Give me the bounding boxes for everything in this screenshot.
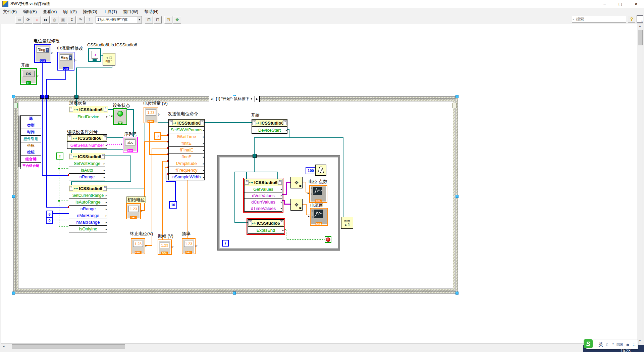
device-status-led-indicator[interactable]: TF <box>113 108 127 125</box>
frequency-dbl-control[interactable]: 1.23DBL <box>182 238 196 254</box>
final-potential-dbl-control[interactable]: 1.23DBL <box>131 238 145 254</box>
maximize-button[interactable]: ▢ <box>612 0 628 8</box>
tunnel[interactable] <box>74 95 78 99</box>
keyboard-icon[interactable]: ⌨ <box>616 342 623 347</box>
variant-to-data-icon[interactable]: ❖▣ <box>290 199 303 211</box>
variant-to-data-icon[interactable]: ❖▣ <box>290 177 303 188</box>
invoke-node-find-device[interactable]: ▪➜ICSStudio6 FindDevice <box>69 106 108 120</box>
event-data-platform-mods[interactable]: 平台组合键 <box>20 162 41 169</box>
invoke-node-set-swva-params[interactable]: ▪➜ICSStudio6 SetSWVAParams fWaitTime fIn… <box>168 119 205 180</box>
constant-three[interactable]: 3 <box>154 132 161 140</box>
constant-six[interactable]: 6 <box>46 211 53 218</box>
distribute-objects-button[interactable]: ⊟ <box>154 16 162 24</box>
class-constant[interactable]: ➜ <box>88 48 101 62</box>
context-help-button[interactable]: ? <box>628 16 635 23</box>
search-box[interactable]: ▸ <box>572 16 626 23</box>
event-terminal-icon[interactable] <box>452 103 457 108</box>
selection-handle[interactable] <box>12 95 15 98</box>
minimize-button[interactable]: – <box>597 0 612 8</box>
horizontal-scrollbar-thumb[interactable] <box>12 344 125 349</box>
amplitude-dbl-control[interactable]: 1.23DBL <box>158 239 172 255</box>
event-data-ctlref[interactable]: 控件引用 <box>20 135 41 142</box>
menu-view[interactable]: 查看(V) <box>40 8 60 15</box>
vertical-scrollbar-thumb[interactable] <box>638 30 643 45</box>
sogou-logo-icon[interactable]: S <box>584 339 593 348</box>
close-reference-icon[interactable]: ▨/▨ c ▯ <box>341 217 353 229</box>
abort-button[interactable]: ● <box>33 16 41 24</box>
ime-language-toggle[interactable]: 英 <box>599 342 603 348</box>
invoke-node-get-serial-number[interactable]: ▪➜ICSStudio6 GetSerialNumber <box>67 134 107 149</box>
selection-handle[interactable] <box>12 195 15 198</box>
ring-control-curr-range[interactable]: Ring▼ U16 <box>57 52 74 71</box>
font-selector[interactable]: 17pt 应用程序字体 ▾ <box>96 16 142 24</box>
step-out-button[interactable]: ↥ <box>85 16 93 24</box>
ime-toolbar[interactable]: 英 ☾ ❜ ⌨ ☻ ∷ <box>586 340 638 349</box>
event-timeout-terminal-icon[interactable] <box>14 103 18 108</box>
start-boolean-terminal[interactable]: OK TF <box>20 68 37 85</box>
event-case-selector[interactable]: ◀ [1] "开始": 鼠标按下▼ ▶ <box>209 96 260 102</box>
event-data-time[interactable]: 时间 <box>20 129 41 136</box>
person-icon[interactable]: ☻ <box>626 342 630 347</box>
tunnel[interactable] <box>40 95 44 99</box>
step-into-button[interactable]: ↧ <box>68 16 76 24</box>
constructor-node-icon[interactable]: ➜ ❏ 0▨⌃ <box>103 53 115 65</box>
vertical-scrollbar[interactable]: ▲ ▼ <box>637 24 643 343</box>
selection-handle[interactable] <box>12 292 15 295</box>
wait-ms-icon[interactable] <box>315 165 326 176</box>
invoke-node-set-volt-range[interactable]: ▪➜ICSStudio6 SetVoltRange isAuto nRange <box>69 153 105 180</box>
tunnel[interactable] <box>253 154 257 158</box>
constant-ten[interactable]: 10 <box>169 201 177 209</box>
align-objects-button[interactable]: ⊞ <box>145 16 153 24</box>
selection-handle[interactable] <box>455 292 459 295</box>
menu-project[interactable]: 项目(P) <box>60 8 80 15</box>
invoke-node-device-start[interactable]: ▪➜ICSStudio6 DeviceStart <box>252 119 287 134</box>
menu-edit[interactable]: 编辑(E) <box>20 8 40 15</box>
event-data-button[interactable]: 按钮 <box>20 149 41 156</box>
ring-control-volt-range[interactable]: Ring▼ U16 <box>34 44 51 63</box>
close-button[interactable]: ✕ <box>628 0 644 8</box>
run-continuous-button[interactable]: ⟳ <box>24 16 32 24</box>
menu-operate[interactable]: 操作(O) <box>80 8 100 15</box>
horizontal-scrollbar[interactable]: ◄ ► <box>1 343 637 349</box>
potential-step-dbl-control[interactable]: 1.23DBL <box>144 107 158 123</box>
event-data-coords[interactable]: 坐标 <box>20 142 41 149</box>
serial-number-string-indicator[interactable]: abc abc <box>123 137 138 152</box>
run-button[interactable]: ⇨ <box>15 16 23 24</box>
resize-objects-button[interactable]: ⊡ <box>164 16 172 24</box>
punctuation-icon[interactable]: ❜ <box>612 342 614 347</box>
menu-help[interactable]: 帮助(H) <box>141 8 161 15</box>
event-data-source[interactable]: 源 <box>20 115 41 122</box>
constant-zero[interactable]: 0 <box>46 217 53 224</box>
event-data-node[interactable]: 源 类型 时间 控件引用 坐标 按钮 组合键 平台组合键 <box>20 116 41 169</box>
clean-up-diagram-button[interactable]: ✥ <box>173 16 181 24</box>
selection-handle[interactable] <box>455 195 459 198</box>
true-constant[interactable]: T <box>56 152 63 160</box>
selection-handle[interactable] <box>455 95 459 98</box>
step-over-button[interactable]: ↷ <box>76 16 85 24</box>
invoke-node-get-values[interactable]: ▪➜ICSStudio6 GetValues dVoltValues dCurr… <box>244 179 282 212</box>
event-data-type[interactable]: 类型 <box>20 122 41 129</box>
pause-button[interactable]: ▮▮ <box>42 16 50 24</box>
search-input[interactable] <box>575 16 629 22</box>
waveform-chart-volt[interactable]: 2 0 SGL <box>309 185 327 203</box>
constant-hundred[interactable]: 100 <box>306 167 316 174</box>
highlight-execution-button[interactable]: ◍ <box>50 16 58 24</box>
menu-tools[interactable]: 工具(T) <box>100 8 120 15</box>
menu-window[interactable]: 窗口(W) <box>120 8 141 15</box>
waveform-chart-curr[interactable]: 2 0 SGL <box>310 208 328 226</box>
loop-iteration-terminal[interactable]: i <box>222 240 229 247</box>
previous-case-icon[interactable]: ◀ <box>209 96 214 102</box>
tunnel[interactable] <box>45 95 49 99</box>
event-case-label[interactable]: [1] "开始": 鼠标按下 <box>216 96 250 101</box>
grid-icon[interactable]: ∷ <box>633 342 635 347</box>
moon-icon[interactable]: ☾ <box>606 342 610 347</box>
vi-icon[interactable]: 1 <box>637 15 643 23</box>
menu-file[interactable]: 文件(F) <box>0 8 20 15</box>
next-case-icon[interactable]: ▶ <box>255 96 260 102</box>
event-data-mods[interactable]: 组合键 <box>20 156 41 163</box>
init-potential-dbl-control[interactable]: 1.23DBL <box>126 203 141 219</box>
invoke-node-exp-is-end[interactable]: ▪➜ICSStudio6 ExpIsEnd <box>248 219 284 234</box>
loop-condition-terminal[interactable] <box>325 236 331 243</box>
retain-wire-values-button[interactable]: ▣ <box>59 16 67 24</box>
invoke-node-set-current-range[interactable]: ▪➜ICSStudio6 SetCurrentRange isAutoRange… <box>69 185 107 232</box>
